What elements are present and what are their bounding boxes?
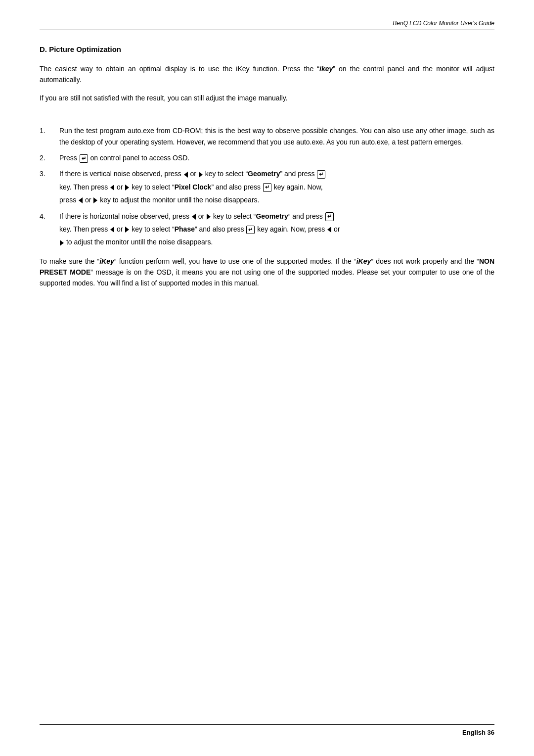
footer-text: English 36	[462, 729, 494, 736]
list-item-2: 2. Press ↵ on control panel to access OS…	[40, 152, 494, 163]
enter-key-icon-4b: ↵	[246, 226, 255, 234]
page-container: BenQ LCD Color Monitor User's Guide D. P…	[0, 0, 534, 756]
arrow-left-icon-4b	[110, 227, 114, 233]
arrow-left-icon-4c	[327, 227, 331, 233]
instruction-list: 1. Run the test program auto.exe from CD…	[40, 125, 494, 248]
arrow-right-icon-3c	[93, 197, 97, 203]
list-content-3-cont1: key. Then press or key to select “Pixel …	[59, 182, 494, 192]
intro-paragraph-1: The easiest way to obtain an optimal dis…	[40, 63, 494, 86]
arrow-left-icon-3a	[184, 172, 188, 178]
arrow-right-icon-4b	[125, 227, 129, 233]
list-item-1: 1. Run the test program auto.exe from CD…	[40, 125, 494, 147]
arrow-right-icon-4a	[207, 214, 211, 220]
list-item-4: 4. If there is horizontal noise observed…	[40, 211, 494, 248]
enter-key-icon-3b: ↵	[263, 183, 271, 191]
list-content-1: Run the test program auto.exe from CD-RO…	[59, 125, 494, 147]
list-item-3: 3. If there is vertical noise observed, …	[40, 168, 494, 205]
page-header: BenQ LCD Color Monitor User's Guide	[40, 20, 494, 30]
enter-key-icon: ↵	[80, 154, 88, 163]
page-footer: English 36	[40, 724, 494, 736]
arrow-left-icon-3c	[79, 197, 83, 203]
list-content-3-cont2: press or key to adjust the monitor until…	[59, 194, 494, 205]
list-number-4: 4.	[40, 211, 59, 222]
list-number-1: 1.	[40, 125, 59, 136]
arrow-right-icon-4c	[60, 240, 64, 246]
section-title: D. Picture Optimization	[40, 45, 494, 53]
list-content-4-cont2: to adjust the monitor untill the noise d…	[59, 236, 494, 247]
list-content-4: If there is horizontal noise observed, p…	[59, 211, 494, 248]
closing-paragraph: To make sure the “iKey” function perform…	[40, 256, 494, 289]
list-content-3: If there is vertical noise observed, pre…	[59, 168, 494, 205]
list-number-2: 2.	[40, 152, 59, 163]
list-content-2: Press ↵ on control panel to access OSD.	[59, 152, 494, 163]
arrow-left-icon-4a	[192, 214, 196, 220]
arrow-right-icon-3b	[125, 185, 129, 190]
enter-key-icon-4a: ↵	[325, 212, 334, 221]
header-text: BenQ LCD Color Monitor User's Guide	[393, 20, 494, 27]
arrow-left-icon-3b	[110, 185, 114, 190]
list-number-3: 3.	[40, 168, 59, 179]
arrow-right-icon-3a	[199, 172, 203, 178]
intro-paragraph-2: If you are still not satisfied with the …	[40, 93, 494, 103]
enter-key-icon-3a: ↵	[317, 170, 325, 179]
list-content-4-cont1: key. Then press or key to select “Phase”…	[59, 224, 494, 235]
